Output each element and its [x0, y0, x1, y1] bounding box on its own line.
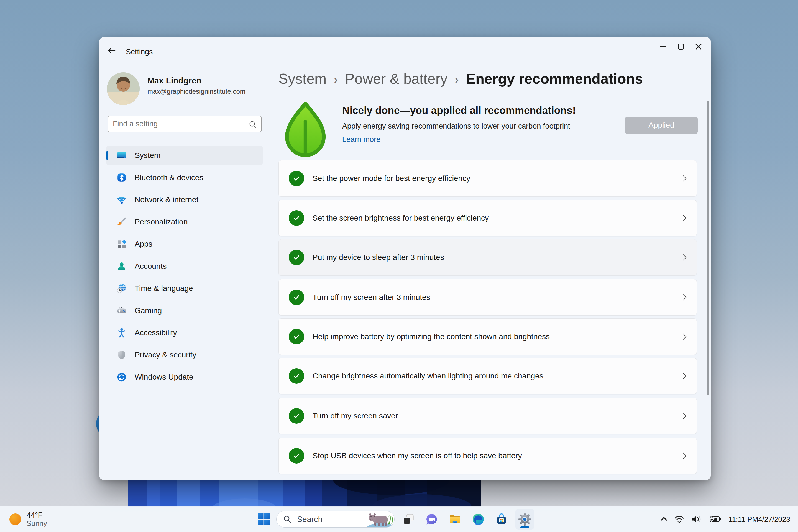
- sidebar-item-time-language[interactable]: Time & language: [107, 279, 263, 298]
- maximize-button[interactable]: [672, 40, 690, 53]
- check-icon: [289, 368, 304, 384]
- settings-window: Settings Max Lindgren max@graphicdesigni…: [99, 37, 711, 480]
- sidebar-item-system[interactable]: System: [107, 146, 263, 165]
- wifi-status[interactable]: [674, 515, 684, 524]
- search-icon: [249, 120, 257, 129]
- file-explorer-button[interactable]: [445, 509, 464, 530]
- search-input[interactable]: [113, 116, 243, 132]
- sidebar-item-apps[interactable]: Apps: [107, 235, 263, 253]
- tray-overflow-button[interactable]: [663, 517, 667, 521]
- scrollbar[interactable]: [707, 101, 709, 395]
- bing-hippo-image: [366, 511, 394, 527]
- edge-button[interactable]: [469, 509, 488, 530]
- apps-icon: [116, 239, 127, 249]
- back-button[interactable]: [105, 44, 118, 57]
- hero-title: Nicely done—you applied all recommendati…: [342, 105, 576, 116]
- avatar[interactable]: [107, 72, 140, 105]
- recommendation-row[interactable]: Turn off my screen after 3 minutes: [279, 279, 697, 316]
- check-icon: [289, 171, 304, 186]
- recommendation-label: Help improve battery by optimizing the c…: [312, 332, 550, 341]
- recommendation-label: Change brightness automatically when lig…: [312, 372, 543, 380]
- recommendation-row[interactable]: Put my device to sleep after 3 minutes: [279, 239, 697, 276]
- close-button[interactable]: [690, 40, 707, 53]
- clock-date: 4/27/2023: [758, 515, 790, 524]
- recommendation-label: Stop USB devices when my screen is off t…: [312, 451, 522, 460]
- find-setting-box: [108, 116, 262, 132]
- windows-logo-icon: [258, 513, 270, 526]
- edge-icon: [472, 513, 485, 526]
- profile-email: max@graphicdesigninstitute.com: [147, 88, 246, 95]
- sidebar-item-bluetooth-devices[interactable]: Bluetooth & devices: [107, 168, 263, 187]
- bluetooth-icon: [116, 172, 127, 183]
- chevron-right-icon: [680, 175, 687, 182]
- sidebar-item-label: Personalization: [135, 217, 188, 226]
- wifi-icon: [116, 194, 127, 205]
- sidebar-item-accessibility[interactable]: Accessibility: [107, 323, 263, 342]
- sidebar-item-label: Apps: [135, 240, 152, 249]
- breadcrumb-power-battery[interactable]: Power & battery: [345, 70, 448, 87]
- person-icon: [116, 261, 127, 271]
- recommendation-row[interactable]: Set the screen brightness for best energ…: [279, 200, 697, 236]
- window-title: Settings: [126, 48, 153, 56]
- sidebar-item-gaming[interactable]: Gaming: [107, 301, 263, 320]
- chevron-right-icon: [680, 373, 687, 379]
- sidebar-item-label: Time & language: [135, 284, 193, 293]
- chevron-right-icon: [680, 334, 687, 340]
- task-view-button[interactable]: [399, 509, 418, 530]
- volume-status[interactable]: [691, 515, 702, 524]
- sidebar-item-personalization[interactable]: Personalization: [107, 212, 263, 231]
- system-tray: 11:11 PM 4/27/2023: [655, 506, 790, 532]
- gamepad-icon: [116, 305, 127, 316]
- sidebar-item-label: Bluetooth & devices: [135, 173, 203, 182]
- recommendation-row[interactable]: Change brightness automatically when lig…: [279, 358, 697, 394]
- clock[interactable]: 11:11 PM 4/27/2023: [728, 515, 790, 524]
- recommendation-row[interactable]: Help improve battery by optimizing the c…: [279, 318, 697, 355]
- minimize-button[interactable]: [654, 40, 672, 53]
- check-icon: [289, 408, 304, 424]
- check-icon: [289, 448, 304, 463]
- weather-widget[interactable]: 44°F Sunny: [10, 506, 47, 532]
- chat-icon: [425, 513, 438, 526]
- leaf-icon: [284, 100, 326, 157]
- sidebar-item-label: Network & internet: [135, 195, 198, 204]
- maximize-icon: [678, 44, 684, 50]
- update-icon: [116, 372, 127, 382]
- store-button[interactable]: [492, 509, 511, 530]
- start-button[interactable]: [255, 509, 272, 530]
- chat-button[interactable]: [422, 509, 441, 530]
- active-app-indicator: [520, 527, 529, 528]
- sidebar-item-windows-update[interactable]: Windows Update: [107, 368, 263, 386]
- recommendation-label: Turn off my screen saver: [312, 412, 398, 420]
- window-controls: [654, 40, 707, 53]
- recommendation-row[interactable]: Turn off my screen saver: [279, 398, 697, 434]
- applied-button[interactable]: Applied: [625, 117, 698, 134]
- gear-icon: [518, 512, 532, 526]
- sidebar-item-network-internet[interactable]: Network & internet: [107, 190, 263, 209]
- recommendation-row[interactable]: Stop USB devices when my screen is off t…: [279, 438, 697, 474]
- back-arrow-icon: [107, 46, 116, 55]
- sidebar-item-label: Windows Update: [135, 373, 193, 382]
- wifi-icon: [674, 515, 684, 524]
- weather-condition: Sunny: [26, 519, 47, 528]
- sidebar-item-label: Accounts: [135, 262, 167, 271]
- system-icon: [116, 150, 127, 161]
- taskbar-search[interactable]: Search: [276, 511, 395, 528]
- taskbar-search-label: Search: [297, 515, 323, 524]
- settings-app-button[interactable]: [515, 509, 534, 530]
- sidebar-item-privacy-security[interactable]: Privacy & security: [107, 345, 263, 364]
- sidebar-item-accounts[interactable]: Accounts: [107, 257, 263, 276]
- minimize-icon: [660, 46, 666, 47]
- accessibility-person-icon: [116, 327, 127, 338]
- check-icon: [289, 210, 304, 226]
- check-icon: [289, 329, 304, 344]
- check-icon: [289, 250, 304, 265]
- recommendation-label: Set the screen brightness for best energ…: [312, 214, 489, 223]
- sidebar-item-label: Privacy & security: [135, 350, 196, 359]
- breadcrumb-system[interactable]: System: [279, 70, 326, 87]
- recommendation-row[interactable]: Set the power mode for best energy effic…: [279, 160, 697, 197]
- shield-icon: [116, 350, 127, 360]
- recommendation-label: Set the power mode for best energy effic…: [312, 174, 470, 183]
- learn-more-link[interactable]: Learn more: [342, 135, 380, 144]
- battery-status[interactable]: [709, 515, 721, 524]
- search-icon: [283, 515, 291, 524]
